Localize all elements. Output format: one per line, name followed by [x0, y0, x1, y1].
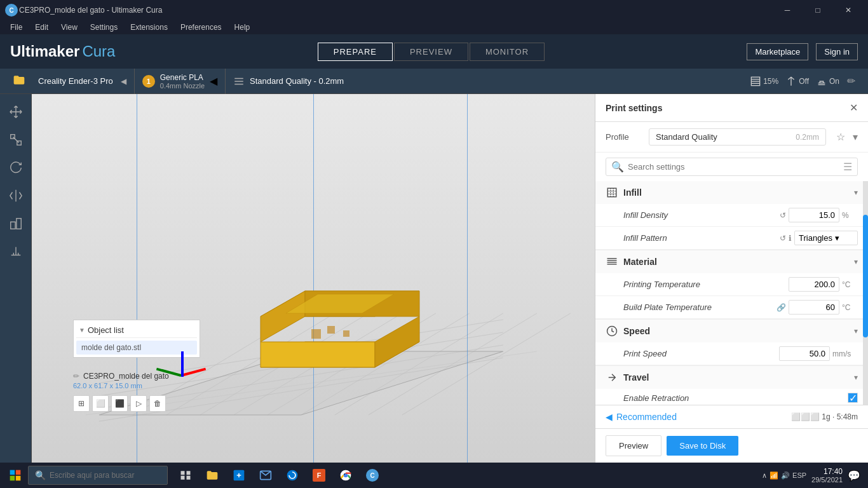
quality-selector[interactable]: Standard Quality - 0.2mm — [226, 69, 750, 94]
close-button[interactable]: ✕ — [834, 0, 863, 20]
menu-settings[interactable]: Settings — [85, 20, 123, 34]
recommended-button[interactable]: ◀ Recommended — [606, 412, 677, 422]
taskbar-clock[interactable]: 17:40 29/5/2021 — [811, 467, 843, 484]
tool-mirror[interactable] — [3, 183, 29, 208]
menu-bar: File Edit View Settings Extensions Prefe… — [0, 20, 868, 34]
enable-retraction-checkbox[interactable]: ✓ — [848, 393, 858, 403]
taskbar-search-bar[interactable]: 🔍 — [28, 466, 168, 485]
obj-tool-view[interactable]: ⊞ — [73, 395, 90, 412]
signin-button[interactable]: Sign in — [816, 43, 858, 60]
adhesion-setting[interactable]: On — [817, 76, 839, 86]
menu-help[interactable]: Help — [229, 20, 255, 34]
obj-tool-1[interactable]: ⬜ — [92, 395, 109, 412]
infill-density-input[interactable] — [789, 208, 839, 222]
tool-move[interactable] — [3, 99, 29, 125]
nav-tabs: PREPARE PREVIEW MONITOR — [318, 43, 545, 61]
speed-chevron: ▾ — [854, 327, 858, 336]
material-info: Generic PLA 0.4mm Nozzle — [160, 73, 205, 90]
obj-tool-3[interactable]: ▷ — [130, 395, 147, 412]
taskbar-app-foxpdf[interactable]: F — [306, 463, 332, 488]
taskbar-store[interactable] — [226, 463, 252, 488]
tab-prepare[interactable]: PREPARE — [318, 43, 393, 61]
build-temp-link[interactable]: 🔗 — [776, 303, 786, 312]
network-icon[interactable]: 📶 — [770, 471, 778, 480]
settings-scrollbar-thumb[interactable] — [863, 215, 868, 338]
search-menu-icon[interactable]: ☰ — [843, 161, 852, 173]
infill-density-reset[interactable]: ↺ — [780, 211, 786, 220]
material-section-header[interactable]: Material ▾ — [595, 250, 868, 273]
build-temp-input[interactable] — [789, 300, 839, 315]
marketplace-button[interactable]: Marketplace — [747, 43, 808, 60]
maximize-button[interactable]: □ — [803, 0, 832, 20]
enable-retraction-label: Enable Retraction — [623, 393, 848, 403]
menu-extensions[interactable]: Extensions — [125, 20, 173, 34]
profile-star[interactable]: ☆ — [836, 131, 845, 143]
save-to-disk-button[interactable]: Save to Disk — [667, 436, 738, 456]
start-button[interactable] — [3, 463, 28, 488]
profile-selector[interactable]: Standard Quality 0.2mm — [649, 128, 826, 146]
menu-edit[interactable]: Edit — [30, 20, 53, 34]
volume-icon[interactable]: 🔊 — [781, 471, 790, 480]
object-info: ✏ CE3PRO_molde del gato 62.0 x 61.7 x 15… — [73, 372, 169, 390]
printing-temp-input[interactable] — [789, 277, 839, 292]
infill-pattern-value: Triangles — [799, 233, 832, 243]
travel-section: Travel ▾ Enable Retraction ✓ Z Hop When … — [595, 366, 868, 405]
infill-section-header[interactable]: Infill ▾ — [595, 181, 868, 204]
build-temp-row: Build Plate Temperature 🔗 °C — [595, 296, 868, 319]
printer-arrow-left[interactable]: ◀ — [121, 77, 126, 86]
tool-scale[interactable] — [3, 127, 29, 152]
profile-edit-button[interactable]: ✏ — [847, 75, 855, 87]
print-speed-input[interactable] — [779, 346, 830, 361]
notification-icon[interactable]: 💬 — [848, 470, 860, 482]
tool-support[interactable] — [3, 239, 29, 264]
tool-rotate[interactable] — [3, 155, 29, 180]
3d-viewport[interactable]: ▼ Object list molde del gato.stl ✏ CE3PR… — [32, 94, 595, 463]
settings-scrollbar[interactable] — [863, 181, 868, 405]
main-toolbar: Creality Ender-3 Pro ◀ 1 Generic PLA 0.4… — [0, 69, 868, 94]
tab-monitor[interactable]: MONITOR — [470, 43, 545, 61]
preview-button[interactable]: Preview — [606, 435, 661, 456]
infill-pattern-info[interactable]: ℹ — [789, 234, 792, 243]
open-file-button[interactable] — [8, 74, 31, 89]
menu-view[interactable]: View — [56, 20, 83, 34]
infill-setting[interactable]: 15% — [750, 76, 778, 86]
profile-chevron[interactable]: ▾ — [853, 131, 858, 143]
obj-tool-2[interactable]: ⬛ — [111, 395, 128, 412]
search-input[interactable] — [628, 162, 839, 172]
menu-file[interactable]: File — [5, 20, 27, 34]
tab-preview[interactable]: PREVIEW — [394, 43, 468, 61]
travel-section-header[interactable]: Travel ▾ — [595, 366, 868, 389]
object-list-header[interactable]: ▼ Object list — [76, 323, 197, 338]
infill-density-unit: % — [842, 211, 858, 220]
left-toolbar — [0, 94, 32, 463]
menu-preferences[interactable]: Preferences — [175, 20, 227, 34]
object-dimensions: 62.0 x 61.7 x 15.0 mm — [73, 382, 169, 390]
object-list-item[interactable]: molde del gato.stl — [76, 341, 197, 355]
infill-density-row: Infill Density ↺ % — [595, 204, 868, 227]
infill-icon — [606, 186, 618, 199]
quality-name: Standard Quality - 0.2mm — [250, 76, 344, 86]
taskbar-search-input[interactable] — [50, 471, 161, 480]
minimize-button[interactable]: ─ — [773, 0, 802, 20]
material-selector[interactable]: 1 Generic PLA 0.4mm Nozzle ◀ — [135, 69, 226, 94]
settings-close-button[interactable]: ✕ — [850, 102, 858, 114]
infill-pattern-select[interactable]: Triangles ▾ — [794, 231, 858, 245]
tool-per-model[interactable] — [3, 211, 29, 236]
taskbar-file-explorer[interactable] — [200, 463, 225, 488]
build-temp-unit: °C — [842, 303, 858, 312]
taskbar-chrome[interactable] — [333, 463, 358, 488]
taskbar-edge[interactable] — [280, 463, 305, 488]
printer-selector[interactable]: Creality Ender-3 Pro ◀ — [31, 69, 135, 94]
infill-pattern-reset[interactable]: ↺ — [780, 234, 786, 243]
print-speed-unit: mm/s — [832, 349, 858, 358]
taskbar-mail[interactable] — [253, 463, 278, 488]
tray-up-arrow[interactable]: ∧ — [762, 471, 767, 480]
obj-tool-delete[interactable]: 🗑 — [149, 395, 166, 412]
speed-section-header[interactable]: Speed ▾ — [595, 320, 868, 342]
material-arrow[interactable]: ◀ — [210, 75, 217, 87]
taskbar-task-view[interactable] — [173, 463, 198, 488]
support-setting[interactable]: Off — [786, 76, 809, 86]
taskbar-cura[interactable]: C — [360, 463, 385, 488]
infill-density-label: Infill Density — [623, 210, 780, 220]
language-indicator[interactable]: ESP — [792, 471, 806, 479]
